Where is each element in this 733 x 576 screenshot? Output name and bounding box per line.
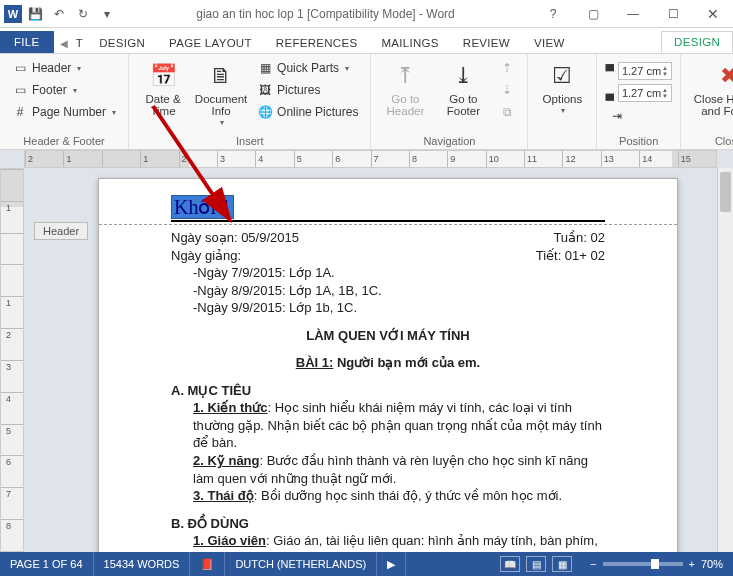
title-bar: W 💾 ↶ ↻ ▾ giao an tin hoc lop 1 [Compati… [0, 0, 733, 28]
ribbon-display-icon[interactable]: ▢ [573, 0, 613, 28]
save-button[interactable]: 💾 [24, 3, 46, 25]
proofing-icon: 📕 [200, 558, 214, 571]
quick-parts-icon: ▦ [257, 60, 273, 76]
tab-mailings[interactable]: MAILINGS [369, 33, 450, 53]
next-icon: ⇣ [499, 82, 515, 98]
document-info-button[interactable]: 🗎 Document Info▾ [195, 58, 247, 135]
status-language[interactable]: DUTCH (NETHERLANDS) [225, 552, 377, 576]
goto-header-button[interactable]: ⤒ Go to Header [379, 58, 431, 135]
tab-view[interactable]: VIEW [522, 33, 577, 53]
word-app-icon: W [4, 5, 22, 23]
sec-a: A. MỤC TIÊU [171, 383, 251, 398]
workspace: 21123456789101112131415 112345678 Header… [0, 150, 733, 552]
status-words[interactable]: 15434 WORDS [94, 552, 191, 576]
status-page[interactable]: PAGE 1 OF 64 [0, 552, 94, 576]
page-number-dropdown[interactable]: #Page Number▾ [8, 102, 120, 122]
window-title: giao an tin hoc lop 1 [Compatibility Mod… [118, 7, 533, 21]
header-icon: ▭ [12, 60, 28, 76]
compose-date: Ngày soạn: 05/9/2015 [171, 229, 299, 247]
vertical-scrollbar[interactable] [717, 168, 733, 552]
ribbon: ▭Header▾ ▭Footer▾ #Page Number▾ Header &… [0, 54, 733, 150]
maximize-button[interactable]: ☐ [653, 0, 693, 28]
zoom-control[interactable]: − + 70% [580, 558, 733, 570]
quick-parts-button[interactable]: ▦Quick Parts▾ [253, 58, 362, 78]
tab-design[interactable]: DESIGN [87, 33, 157, 53]
horizontal-ruler[interactable]: 21123456789101112131415 [24, 150, 717, 168]
tab-file[interactable]: FILE [0, 31, 54, 53]
zoom-value[interactable]: 70% [701, 558, 723, 570]
scrollbar-thumb[interactable] [720, 172, 731, 212]
tab-references[interactable]: REFERENCES [264, 33, 370, 53]
window-controls: ? ▢ — ☐ ✕ [533, 0, 733, 28]
document-page[interactable]: Khối 1 Ngày soạn: 05/9/2015 Tuần: 02 Ngà… [98, 178, 678, 552]
header-selected-text[interactable]: Khối 1 [171, 195, 234, 219]
footer-bottom-value: 1.27 cm [622, 87, 661, 99]
goto-header-icon: ⤒ [389, 60, 421, 92]
link-previous-button[interactable]: ⧉ [495, 102, 519, 122]
sched-2: -Ngày 8/9/2015: Lớp 1A, 1B, 1C. [171, 282, 605, 300]
tab-page-layout[interactable]: PAGE LAYOUT [157, 33, 264, 53]
group-header-footer: ▭Header▾ ▭Footer▾ #Page Number▾ Header &… [0, 54, 129, 149]
header-dropdown[interactable]: ▭Header▾ [8, 58, 120, 78]
tuan: Tuần: 02 [553, 229, 605, 247]
qat-customize[interactable]: ▾ [96, 3, 118, 25]
pictures-button[interactable]: 🖼Pictures [253, 80, 362, 100]
view-read-icon[interactable]: 📖 [500, 556, 520, 572]
header-from-top[interactable]: ▀ 1.27 cm▲▼ [605, 62, 672, 80]
status-macro[interactable]: ▶ [377, 552, 406, 576]
close-x-icon: ✖ [713, 60, 733, 92]
sec-b: B. ĐỒ DÙNG [171, 516, 249, 531]
next-button[interactable]: ⇣ [495, 80, 519, 100]
doc-title-1: LÀM QUEN VỚI MÁY TÍNH [171, 327, 605, 345]
status-bar: PAGE 1 OF 64 15434 WORDS 📕 DUTCH (NETHER… [0, 552, 733, 576]
pictures-icon: 🖼 [257, 82, 273, 98]
tab-partial[interactable]: T [74, 33, 87, 53]
group-insert: 📅 Date & Time 🗎 Document Info▾ ▦Quick Pa… [129, 54, 371, 149]
zoom-out-icon[interactable]: − [590, 558, 596, 570]
footer-pos-icon: ▄ [605, 86, 614, 100]
tab-scroll-left[interactable]: ◀ [54, 34, 74, 53]
undo-button[interactable]: ↶ [48, 3, 70, 25]
footer-from-bottom[interactable]: ▄ 1.27 cm▲▼ [605, 84, 672, 102]
a3: 3. Thái độ: Bồi dưỡng học sinh thái độ, … [171, 487, 605, 505]
tiet: Tiết: 01+ 02 [536, 247, 605, 265]
goto-footer-icon: ⤓ [447, 60, 479, 92]
view-web-icon[interactable]: ▦ [552, 556, 572, 572]
close-button[interactable]: ✕ [693, 0, 733, 28]
teach-date: Ngày giảng: [171, 247, 241, 265]
header-area[interactable]: Khối 1 [99, 179, 677, 225]
view-print-icon[interactable]: ▤ [526, 556, 546, 572]
quick-access-toolbar: W 💾 ↶ ↻ ▾ [0, 3, 118, 25]
zoom-slider[interactable] [603, 562, 683, 566]
doc-info-icon: 🗎 [205, 60, 237, 92]
options-button[interactable]: ☑ Options▾ [536, 58, 588, 147]
group-label-options [536, 147, 588, 149]
minimize-button[interactable]: — [613, 0, 653, 28]
tab-review[interactable]: REVIEW [451, 33, 522, 53]
status-proofing[interactable]: 📕 [190, 552, 225, 576]
footer-icon: ▭ [12, 82, 28, 98]
online-pictures-icon: 🌐 [257, 104, 273, 120]
a2: 2. Kỹ năng: Bước đầu hình thành và rèn l… [171, 452, 605, 487]
vertical-ruler[interactable]: 112345678 [0, 168, 24, 552]
online-pictures-button[interactable]: 🌐Online Pictures [253, 102, 362, 122]
group-label-hf: Header & Footer [8, 135, 120, 149]
ribbon-tabs: FILE ◀ T DESIGN PAGE LAYOUT REFERENCES M… [0, 28, 733, 54]
redo-button[interactable]: ↻ [72, 3, 94, 25]
footer-dropdown[interactable]: ▭Footer▾ [8, 80, 120, 100]
tab-header-footer-design[interactable]: DESIGN [661, 31, 733, 53]
header-tag: Header [34, 224, 88, 238]
zoom-in-icon[interactable]: + [689, 558, 695, 570]
doc-title-2: BÀI 1: Người bạn mới của em. [171, 354, 605, 372]
previous-button[interactable]: ⇡ [495, 58, 519, 78]
link-icon: ⧉ [499, 104, 515, 120]
insert-align-tab[interactable]: ⇥ [605, 106, 672, 126]
date-time-button[interactable]: 📅 Date & Time [137, 58, 189, 135]
macro-icon: ▶ [387, 558, 395, 571]
goto-footer-button[interactable]: ⤓ Go to Footer [437, 58, 489, 135]
group-close: ✖ Close Header and Footer Close [681, 54, 733, 149]
help-icon[interactable]: ? [533, 0, 573, 28]
close-header-footer-button[interactable]: ✖ Close Header and Footer [689, 58, 733, 135]
document-body: Ngày soạn: 05/9/2015 Tuần: 02 Ngày giảng… [99, 225, 677, 552]
group-label-nav: Navigation [379, 135, 519, 149]
